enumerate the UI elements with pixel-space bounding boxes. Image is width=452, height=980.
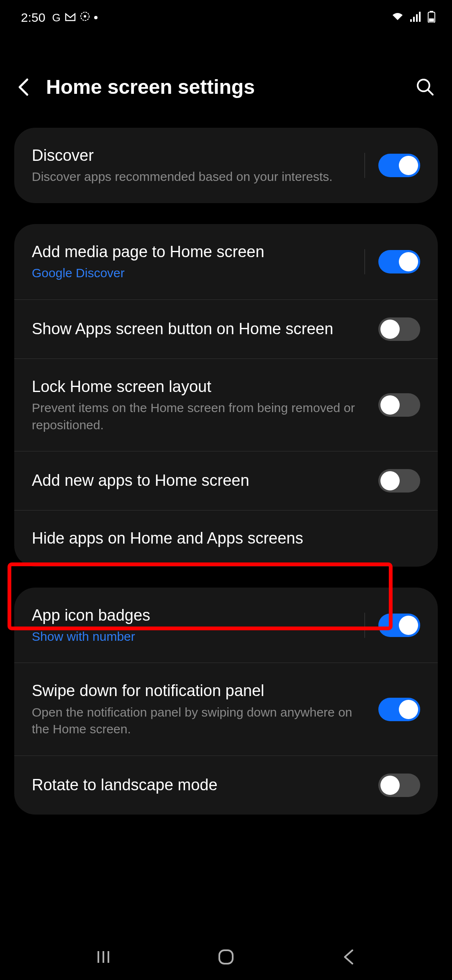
page-title: Home screen settings [46, 75, 415, 98]
toggle-lock-layout[interactable] [378, 393, 420, 417]
setting-title: Swipe down for notification panel [32, 681, 370, 701]
toggle-divider [365, 249, 365, 274]
back-nav-button[interactable] [336, 944, 361, 970]
setting-title: Add media page to Home screen [32, 242, 356, 262]
g-icon: G [52, 11, 60, 24]
page-header: Home screen settings [0, 34, 452, 119]
toggle-divider [365, 613, 365, 638]
status-notification-icons: G [52, 11, 97, 24]
setting-subtitle: Prevent items on the Home screen from be… [32, 400, 370, 433]
toggle-discover[interactable] [378, 154, 420, 177]
setting-hide-apps[interactable]: Hide apps on Home and Apps screens [14, 511, 438, 566]
setting-subtitle: Show with number [32, 628, 356, 645]
search-button[interactable] [415, 77, 435, 97]
svg-rect-2 [410, 19, 412, 22]
signal-icon [410, 12, 422, 23]
wifi-icon [391, 12, 404, 23]
home-button[interactable] [213, 944, 239, 970]
clock-icon [80, 11, 90, 24]
setting-media-page[interactable]: Add media page to Home screen Google Dis… [14, 224, 438, 300]
svg-line-10 [428, 90, 433, 95]
settings-group-discover: Discover Discover apps recommended based… [14, 128, 438, 203]
setting-badges[interactable]: App icon badges Show with number [14, 588, 438, 663]
settings-group-home: Add media page to Home screen Google Dis… [14, 224, 438, 567]
setting-title: App icon badges [32, 605, 356, 626]
setting-title: Add new apps to Home screen [32, 470, 370, 491]
setting-title: Rotate to landscape mode [32, 775, 370, 795]
setting-subtitle: Open the notification panel by swiping d… [32, 704, 370, 738]
status-left: 2:50 G [21, 10, 98, 25]
setting-add-new-apps[interactable]: Add new apps to Home screen [14, 451, 438, 511]
setting-title: Show Apps screen button on Home screen [32, 319, 370, 339]
setting-swipe-down[interactable]: Swipe down for notification panel Open t… [14, 663, 438, 756]
recents-button[interactable] [91, 944, 116, 970]
gmail-icon [65, 11, 76, 24]
dot-icon [94, 16, 98, 19]
svg-rect-3 [413, 17, 415, 22]
setting-lock-layout[interactable]: Lock Home screen layout Prevent items on… [14, 359, 438, 451]
toggle-badges[interactable] [378, 614, 420, 637]
status-bar: 2:50 G [0, 0, 452, 34]
svg-rect-5 [419, 12, 421, 22]
battery-icon [428, 11, 435, 24]
back-button[interactable] [13, 77, 33, 98]
setting-title: Hide apps on Home and Apps screens [32, 528, 412, 549]
setting-subtitle: Discover apps recommended based on your … [32, 168, 356, 186]
toggle-divider [365, 153, 365, 178]
svg-point-1 [84, 15, 86, 18]
toggle-swipe-down[interactable] [378, 698, 420, 721]
status-time: 2:50 [21, 10, 45, 25]
svg-rect-8 [429, 18, 434, 22]
setting-discover[interactable]: Discover Discover apps recommended based… [14, 128, 438, 203]
setting-apps-button[interactable]: Show Apps screen button on Home screen [14, 300, 438, 359]
setting-title: Lock Home screen layout [32, 377, 370, 397]
toggle-add-new-apps[interactable] [378, 469, 420, 493]
system-nav-bar [0, 934, 452, 980]
setting-subtitle: Google Discover [32, 265, 356, 282]
setting-title: Discover [32, 145, 356, 166]
svg-rect-14 [219, 950, 233, 964]
setting-rotate[interactable]: Rotate to landscape mode [14, 756, 438, 815]
svg-rect-4 [416, 14, 418, 22]
status-right [391, 11, 435, 24]
toggle-rotate[interactable] [378, 774, 420, 797]
toggle-media-page[interactable] [378, 250, 420, 273]
settings-group-misc: App icon badges Show with number Swipe d… [14, 588, 438, 815]
toggle-apps-button[interactable] [378, 317, 420, 341]
